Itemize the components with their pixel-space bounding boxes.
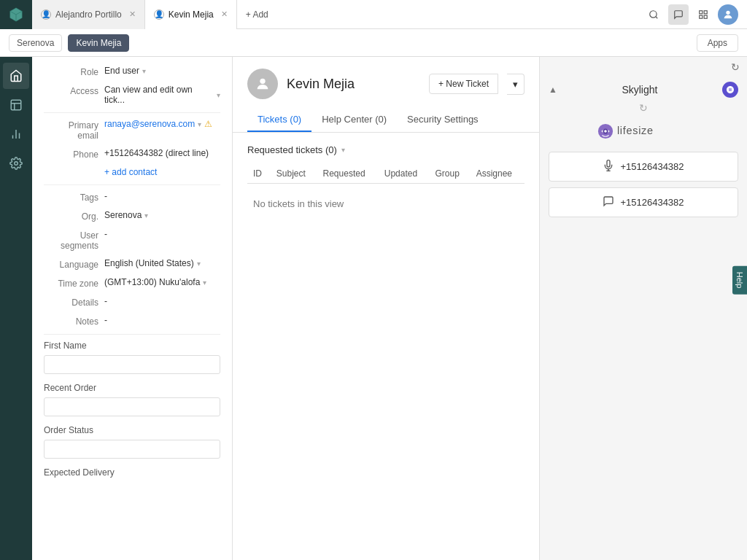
browser-tabs: 👤 Alejandro Portillo ✕ 👤 Kevin Mejia ✕ +… xyxy=(32,0,643,29)
first-name-input[interactable] xyxy=(44,355,220,374)
tab-user-icon: 👤 xyxy=(41,9,51,20)
user-segments-label: Usersegments xyxy=(44,229,98,251)
access-label: Access xyxy=(44,85,98,96)
language-chevron: ▾ xyxy=(197,260,201,268)
order-status-input[interactable] xyxy=(44,440,220,459)
svg-rect-3 xyxy=(700,15,703,18)
timezone-field: Time zone (GMT+13:00) Nuku'alofa ▾ xyxy=(44,277,220,289)
center-tabs: Tickets (0) Help Center (0) Security Set… xyxy=(247,108,525,132)
collapse-button[interactable]: ▲ xyxy=(549,85,557,95)
first-name-section: First Name xyxy=(44,341,220,374)
first-name-label: First Name xyxy=(44,341,220,351)
add-contact-link[interactable]: + add contact xyxy=(104,167,157,177)
notes-value: - xyxy=(104,315,220,325)
nav-tickets[interactable] xyxy=(3,92,29,118)
tab-tickets[interactable]: Tickets (0) xyxy=(247,108,311,132)
role-chevron: ▾ xyxy=(142,67,146,75)
call-phone-1: +15126434382 xyxy=(620,161,684,172)
notes-field: Notes - xyxy=(44,315,220,327)
serenova-breadcrumb[interactable]: Serenova xyxy=(9,34,62,52)
svg-point-16 xyxy=(604,130,607,133)
org-chevron: ▾ xyxy=(144,211,148,219)
table-header-row: ID Subject Requested Updated Group Assig… xyxy=(247,164,525,184)
tab-alejandro-label: Alejandro Portillo xyxy=(55,9,122,20)
email-link[interactable]: ranaya@serenova.com xyxy=(104,119,195,129)
no-tickets-row: No tickets in this view xyxy=(247,184,525,225)
language-label: Language xyxy=(44,258,98,270)
nav-settings[interactable] xyxy=(3,150,29,176)
call-button-2[interactable]: +15126434382 xyxy=(549,187,738,217)
timezone-value[interactable]: (GMT+13:00) Nuku'alofa ▾ xyxy=(104,277,220,287)
skylight-icon xyxy=(722,82,738,98)
add-tab-button[interactable]: + Add xyxy=(237,0,277,29)
svg-point-0 xyxy=(650,10,657,17)
svg-point-5 xyxy=(726,10,729,14)
tab-alejandro[interactable]: 👤 Alejandro Portillo ✕ xyxy=(32,0,145,29)
no-tickets-text: No tickets in this view xyxy=(247,184,525,225)
order-status-label: Order Status xyxy=(44,425,220,435)
org-value[interactable]: Serenova ▾ xyxy=(104,210,220,220)
chat-call-icon xyxy=(603,195,614,209)
phone-value: +15126434382 (direct line) xyxy=(104,148,220,158)
tab-security-settings[interactable]: Security Settings xyxy=(397,108,489,132)
notes-label: Notes xyxy=(44,315,98,327)
recent-order-label: Recent Order xyxy=(44,383,220,393)
tab-kevin-close[interactable]: ✕ xyxy=(221,9,228,19)
phone-field: Phone +15126434382 (direct line) xyxy=(44,148,220,160)
nav-home[interactable] xyxy=(3,63,29,89)
grid-button[interactable] xyxy=(693,4,713,25)
user-avatar[interactable] xyxy=(718,4,738,25)
left-panel: Role End user ▾ Access Can view and edit… xyxy=(32,57,233,560)
tags-value: - xyxy=(104,191,220,201)
new-ticket-dropdown-button[interactable]: ▾ xyxy=(507,74,525,95)
right-refresh-icon[interactable]: ↻ xyxy=(731,61,740,73)
role-value[interactable]: End user ▾ xyxy=(104,66,220,76)
right-panel-top: ↻ xyxy=(540,57,747,77)
svg-point-13 xyxy=(260,79,265,84)
kevin-avatar xyxy=(247,69,278,99)
recent-order-input[interactable] xyxy=(44,397,220,416)
help-button[interactable]: Help xyxy=(732,266,747,295)
center-content: Requested tickets (0) ▾ ID Subject Reque… xyxy=(233,133,539,560)
org-field: Org. Serenova ▾ xyxy=(44,210,220,222)
email-label: Primaryemail xyxy=(44,119,98,141)
search-button[interactable] xyxy=(643,4,664,25)
details-field: Details - xyxy=(44,296,220,308)
timezone-label: Time zone xyxy=(44,277,98,289)
email-value: ranaya@serenova.com ▾ ⚠ xyxy=(104,119,220,129)
timezone-chevron: ▾ xyxy=(203,279,206,287)
expected-delivery-label: Expected Delivery xyxy=(44,467,220,478)
details-label: Details xyxy=(44,296,98,308)
tab-help-center[interactable]: Help Center (0) xyxy=(311,108,397,132)
call-phone-2: +15126434382 xyxy=(620,197,684,208)
tab-kevin-icon: 👤 xyxy=(154,9,164,20)
center-panel: Kevin Mejia + New Ticket ▾ Tickets (0) H… xyxy=(233,57,539,560)
tab-kevin[interactable]: 👤 Kevin Mejia ✕ xyxy=(145,0,237,29)
skylight-header: ▲ Skylight xyxy=(549,82,738,98)
kevin-breadcrumb[interactable]: Kevin Mejia xyxy=(68,34,129,52)
tickets-table: ID Subject Requested Updated Group Assig… xyxy=(247,164,525,224)
svg-text:lifesize: lifesize xyxy=(617,125,654,136)
user-name: Kevin Mejia xyxy=(287,77,355,92)
access-field: Access Can view and edit own tick... ▾ xyxy=(44,85,220,105)
requested-header[interactable]: Requested tickets (0) ▾ xyxy=(247,144,525,155)
apps-button[interactable]: Apps xyxy=(697,34,738,52)
small-refresh-icon[interactable]: ↻ xyxy=(639,102,648,114)
new-ticket-button[interactable]: + New Ticket xyxy=(429,74,498,94)
requested-chevron: ▾ xyxy=(341,146,345,154)
role-label: Role xyxy=(44,66,98,77)
nav-reports[interactable] xyxy=(3,121,29,147)
svg-rect-4 xyxy=(704,15,707,18)
chat-button[interactable] xyxy=(668,4,689,25)
tags-field: Tags - xyxy=(44,191,220,203)
email-field: Primaryemail ranaya@serenova.com ▾ ⚠ xyxy=(44,119,220,141)
nav-sidebar xyxy=(0,57,32,560)
call-button-1[interactable]: +15126434382 xyxy=(549,152,738,182)
language-value[interactable]: English (United States) ▾ xyxy=(104,258,220,268)
phone-label: Phone xyxy=(44,148,98,160)
tab-alejandro-close[interactable]: ✕ xyxy=(129,9,136,19)
language-field: Language English (United States) ▾ xyxy=(44,258,220,270)
email-dropdown[interactable]: ▾ xyxy=(198,120,201,128)
access-value[interactable]: Can view and edit own tick... ▾ xyxy=(104,85,220,105)
user-header: Kevin Mejia + New Ticket ▾ xyxy=(247,69,525,99)
